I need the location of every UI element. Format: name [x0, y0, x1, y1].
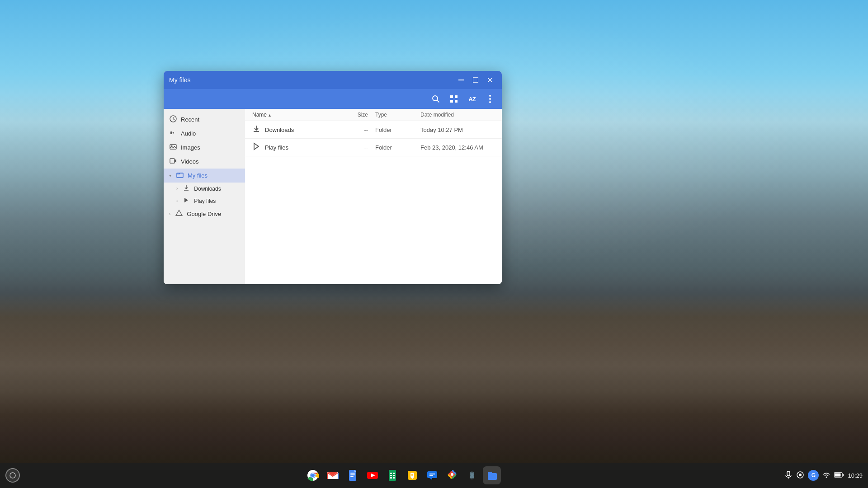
maximize-button[interactable] — [469, 74, 482, 86]
sidebar-item-images[interactable]: Images — [164, 141, 245, 155]
sidebar-item-audio-label: Audio — [181, 130, 196, 137]
column-name-header[interactable]: Name ▴ — [252, 112, 332, 118]
downloads-file-type: Folder — [368, 127, 413, 133]
window-title: My files — [169, 76, 455, 84]
my-files-icon — [176, 171, 184, 180]
taskbar-app-youtube[interactable] — [363, 466, 382, 484]
file-list-header: Name ▴ Size Type Date modified — [245, 109, 502, 121]
sidebar-item-recent[interactable]: Recent — [164, 113, 245, 127]
sidebar-item-recent-label: Recent — [181, 116, 199, 123]
file-manager-window: My files — [164, 71, 502, 284]
play-files-file-size: -- — [332, 144, 368, 151]
downloads-file-date: Today 10:27 PM — [413, 127, 495, 133]
svg-point-56 — [799, 474, 802, 476]
play-files-file-type: Folder — [368, 144, 413, 151]
battery-icon — [834, 472, 844, 479]
svg-rect-39 — [393, 473, 395, 474]
column-type-header[interactable]: Type — [368, 112, 413, 118]
downloads-file-name: Downloads — [265, 127, 332, 133]
taskbar: G 10:29 — [0, 463, 868, 488]
svg-rect-59 — [835, 473, 841, 476]
launcher-button[interactable] — [5, 468, 20, 483]
sidebar-item-downloads-label: Downloads — [194, 186, 221, 192]
google-drive-icon — [175, 210, 183, 218]
svg-rect-37 — [389, 470, 396, 481]
downloads-file-size: -- — [332, 127, 368, 133]
play-files-file-icon — [252, 142, 260, 152]
svg-rect-17 — [170, 159, 175, 163]
sidebar-item-google-drive[interactable]: › Google Drive — [164, 207, 245, 221]
sidebar-item-play-files[interactable]: › Play files — [171, 195, 245, 207]
column-date-header[interactable]: Date modified — [413, 112, 495, 118]
downloads-file-icon — [252, 125, 260, 135]
svg-point-11 — [489, 98, 491, 100]
screen-capture-button[interactable] — [796, 471, 804, 480]
svg-point-57 — [826, 476, 827, 478]
grid-view-button[interactable] — [446, 91, 462, 107]
audio-icon — [169, 129, 177, 138]
svg-rect-42 — [390, 477, 392, 479]
images-icon — [169, 143, 177, 152]
svg-marker-21 — [184, 198, 188, 202]
toolbar: AZ — [164, 89, 502, 109]
taskbar-app-gmail[interactable] — [324, 466, 342, 484]
taskbar-app-chrome[interactable] — [304, 466, 322, 484]
svg-point-29 — [311, 474, 315, 477]
search-button[interactable] — [428, 91, 444, 107]
svg-line-5 — [437, 100, 439, 103]
taskbar-apps — [20, 466, 784, 484]
taskbar-app-photos[interactable] — [443, 466, 461, 484]
more-options-button[interactable] — [482, 91, 498, 107]
svg-rect-8 — [450, 100, 453, 103]
sidebar-item-audio[interactable]: Audio — [164, 127, 245, 141]
taskbar-left — [5, 468, 20, 483]
sidebar-item-downloads[interactable]: › Downloads — [171, 183, 245, 195]
sidebar-item-videos[interactable]: Videos — [164, 155, 245, 169]
sort-button[interactable]: AZ — [464, 91, 480, 107]
sidebar-item-videos-label: Videos — [181, 158, 199, 165]
window-controls — [455, 74, 496, 86]
svg-rect-1 — [473, 77, 478, 83]
user-avatar[interactable]: G — [808, 470, 819, 481]
svg-marker-24 — [254, 143, 259, 150]
taskbar-app-keep[interactable] — [403, 466, 421, 484]
play-files-icon — [182, 197, 190, 205]
taskbar-app-messages[interactable] — [423, 466, 441, 484]
play-files-chevron: › — [176, 198, 178, 203]
svg-marker-22 — [176, 210, 182, 216]
videos-icon — [169, 157, 177, 166]
google-drive-chevron: › — [169, 211, 170, 216]
svg-point-4 — [433, 96, 438, 101]
svg-rect-40 — [390, 475, 392, 476]
sidebar-item-my-files[interactable]: ▾ My files — [164, 169, 245, 183]
close-button[interactable] — [484, 74, 496, 86]
downloads-icon — [182, 185, 190, 192]
svg-rect-9 — [455, 100, 458, 103]
svg-marker-48 — [429, 478, 432, 480]
svg-rect-47 — [427, 471, 437, 478]
svg-rect-34 — [350, 476, 354, 477]
sidebar-item-play-files-label: Play files — [194, 198, 216, 204]
svg-rect-43 — [393, 477, 395, 479]
svg-rect-7 — [455, 95, 458, 98]
taskbar-app-files[interactable] — [483, 466, 501, 484]
sidebar-sub-items: › Downloads › — [164, 183, 245, 207]
svg-rect-32 — [350, 473, 355, 474]
taskbar-app-sheets[interactable] — [383, 466, 401, 484]
file-row-play-files[interactable]: Play files -- Folder Feb 23, 2020, 12:46… — [245, 139, 502, 156]
svg-point-10 — [489, 95, 491, 97]
svg-rect-6 — [450, 95, 453, 98]
minimize-button[interactable] — [455, 74, 467, 86]
taskbar-app-docs[interactable] — [344, 466, 362, 484]
mic-button[interactable] — [784, 471, 793, 480]
column-size-header[interactable]: Size — [332, 112, 368, 118]
svg-rect-38 — [390, 473, 392, 474]
system-clock: 10:29 — [848, 472, 863, 479]
taskbar-app-settings[interactable] — [463, 466, 481, 484]
svg-point-25 — [10, 473, 15, 478]
recent-icon — [169, 115, 177, 124]
network-icon[interactable] — [822, 471, 830, 480]
downloads-chevron: › — [176, 186, 178, 191]
svg-rect-41 — [393, 475, 395, 476]
file-row-downloads[interactable]: Downloads -- Folder Today 10:27 PM — [245, 121, 502, 139]
